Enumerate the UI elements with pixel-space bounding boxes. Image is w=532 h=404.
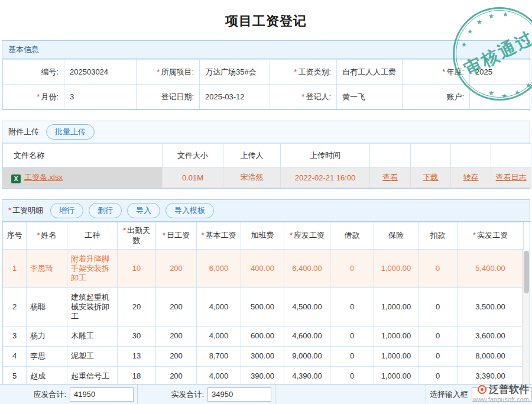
- required-asterisk: *: [123, 226, 126, 235]
- cell-daily-wage[interactable]: 200: [156, 288, 197, 327]
- watermark: 泛普软件 www.fanpusoft.com: [473, 383, 529, 403]
- cell-overtime-pay[interactable]: 600.00: [241, 327, 284, 347]
- cell-deduction[interactable]: 0: [419, 327, 458, 347]
- paid-total-cell: 实发合计:: [138, 384, 275, 404]
- cell-base-salary[interactable]: 8,700: [197, 347, 241, 367]
- cell-daily-wage[interactable]: 200: [156, 347, 197, 367]
- field-label-project: *所属项目:: [137, 60, 200, 85]
- salary-col-header-4: *日工资: [156, 222, 197, 250]
- field-value-account[interactable]: [470, 85, 531, 109]
- attachments-table: 文件名称文件大小上传人上传时间 X工资条.xlsx0.01M宋浩然2022-02…: [2, 143, 531, 188]
- cell-seq[interactable]: 2: [3, 288, 27, 327]
- cell-insurance[interactable]: 1,000.00: [374, 347, 419, 367]
- salary-col-header-6: 加班费: [241, 222, 284, 250]
- download-link[interactable]: 下载: [423, 173, 439, 182]
- cell-net-salary[interactable]: 5,400.00: [458, 250, 524, 288]
- salary-table: 序号*姓名工种*出勤天数*日工资*基本工资加班费*应发工资借款保险扣款*实发工资…: [2, 222, 524, 387]
- basic-info-table: 编号:202503024*所属项目:万达广场35#会*工资类别:自有工人人工费*…: [2, 59, 531, 109]
- field-value-year[interactable]: 2025: [470, 60, 531, 85]
- salary-row[interactable]: 4李思泥塑工132008,700300.009,000.0001,000.000…: [3, 347, 524, 367]
- cell-net-salary[interactable]: 3,500.00: [458, 288, 524, 327]
- cell-name[interactable]: 李思琦: [27, 250, 67, 288]
- transfer-link[interactable]: 转存: [463, 173, 479, 182]
- salary-col-header-8: 借款: [330, 222, 374, 250]
- cell-loan[interactable]: 0: [330, 327, 374, 347]
- required-asterisk: *: [37, 231, 40, 240]
- salary-col-label: 借款: [345, 231, 360, 240]
- cell-insurance[interactable]: 1,000.00: [374, 288, 419, 327]
- import-template-button[interactable]: 导入模板: [166, 203, 214, 218]
- salary-row[interactable]: 1李思琦附着升降脚手架安装拆卸工102006,000400.006,400.00…: [3, 250, 524, 288]
- cell-seq[interactable]: 1: [3, 250, 27, 288]
- select-input-label: 选择输入框: [430, 389, 468, 400]
- delete-row-button[interactable]: 删行: [89, 203, 122, 218]
- cell-attendance-days[interactable]: 30: [118, 327, 156, 347]
- salary-row[interactable]: 3杨力木雕工302004,000600.004,600.0001,000.000…: [3, 327, 524, 347]
- cell-trade[interactable]: 木雕工: [67, 327, 118, 347]
- cell-loan[interactable]: 0: [330, 347, 374, 367]
- cell-name[interactable]: 杨聪: [27, 288, 67, 327]
- cell-name[interactable]: 李思: [27, 347, 67, 367]
- cell-trade[interactable]: 泥塑工: [67, 347, 118, 367]
- cell-attendance-days[interactable]: 10: [118, 250, 156, 288]
- cell-name[interactable]: 杨力: [27, 327, 67, 347]
- cell-insurance[interactable]: 1,000.00: [374, 327, 419, 347]
- salary-col-label: 工种: [85, 231, 100, 240]
- cell-payable-salary[interactable]: 4,600.00: [284, 327, 330, 347]
- cell-payable-salary[interactable]: 4,500.00: [284, 288, 330, 327]
- cell-loan[interactable]: 0: [330, 250, 374, 288]
- basic-info-row: 编号:202503024*所属项目:万达广场35#会*工资类别:自有工人人工费*…: [3, 60, 531, 85]
- payable-total-input[interactable]: [70, 387, 134, 402]
- payable-total-cell: 应发合计:: [0, 384, 138, 404]
- cell-base-salary[interactable]: 4,000: [197, 327, 241, 347]
- salary-col-header-1: *姓名: [27, 222, 67, 250]
- cell-daily-wage[interactable]: 200: [156, 250, 197, 288]
- watermark-brand: 泛普软件: [489, 383, 529, 396]
- field-value-number[interactable]: 202503024: [64, 60, 137, 85]
- cell-overtime-pay[interactable]: 500.00: [241, 288, 284, 327]
- cell-base-salary[interactable]: 4,000: [197, 288, 241, 327]
- cell-deduction[interactable]: 0: [419, 347, 458, 367]
- cell-attendance-days[interactable]: 13: [118, 347, 156, 367]
- cell-seq[interactable]: 3: [3, 327, 27, 347]
- cell-attendance-days[interactable]: 20: [118, 288, 156, 327]
- cell-loan[interactable]: 0: [330, 288, 374, 327]
- required-asterisk: *: [163, 231, 166, 240]
- cell-seq[interactable]: 4: [3, 347, 27, 367]
- cell-trade[interactable]: 建筑起重机械安装拆卸工: [67, 288, 118, 327]
- cell-deduction[interactable]: 0: [419, 288, 458, 327]
- field-label-register-date: 登记日期:: [137, 85, 200, 109]
- paid-total-input[interactable]: [207, 387, 271, 402]
- field-value-salary-type[interactable]: 自有工人人工费: [337, 60, 403, 85]
- attachments-section-title: 附件上传: [8, 127, 39, 137]
- cell-net-salary[interactable]: 8,000.00: [458, 347, 524, 367]
- cell-overtime-pay[interactable]: 400.00: [241, 250, 284, 288]
- cell-deduction[interactable]: 0: [419, 250, 458, 288]
- cell-overtime-pay[interactable]: 300.00: [241, 347, 284, 367]
- field-value-register-date[interactable]: 2025-03-12: [200, 85, 270, 109]
- cell-payable-salary[interactable]: 9,000.00: [284, 347, 330, 367]
- cell-daily-wage[interactable]: 200: [156, 327, 197, 347]
- batch-upload-button[interactable]: 批量上传: [46, 124, 95, 140]
- cell-net-salary[interactable]: 3,600.00: [458, 327, 524, 347]
- import-button[interactable]: 导入: [127, 203, 160, 218]
- file-link[interactable]: 工资条.xlsx: [24, 173, 63, 182]
- field-value-registrant[interactable]: 黄一飞: [337, 85, 403, 109]
- salary-col-header-9: 保险: [374, 222, 419, 250]
- view-log-link[interactable]: 查看日志: [496, 173, 527, 182]
- cell-insurance[interactable]: 1,000.00: [374, 250, 419, 288]
- attachments-col-header: 文件名称: [3, 144, 163, 167]
- salary-col-label: 扣款: [430, 231, 446, 240]
- salary-header-row: 序号*姓名工种*出勤天数*日工资*基本工资加班费*应发工资借款保险扣款*实发工资: [3, 222, 524, 250]
- field-value-project[interactable]: 万达广场35#会: [200, 60, 270, 85]
- salary-row[interactable]: 2杨聪建筑起重机械安装拆卸工202004,000500.004,500.0001…: [3, 288, 524, 327]
- table-scrollbar[interactable]: [522, 250, 530, 387]
- cell-base-salary[interactable]: 6,000: [197, 250, 241, 288]
- add-row-button[interactable]: 增行: [50, 203, 83, 218]
- scrollbar-thumb[interactable]: [524, 251, 529, 293]
- field-value-month[interactable]: 3: [64, 85, 137, 109]
- cell-trade[interactable]: 附着升降脚手架安装拆卸工: [67, 250, 118, 288]
- cell-payable-salary[interactable]: 6,400.00: [284, 250, 330, 288]
- field-label-text: 编号:: [41, 67, 59, 76]
- view-link[interactable]: 查看: [382, 173, 398, 182]
